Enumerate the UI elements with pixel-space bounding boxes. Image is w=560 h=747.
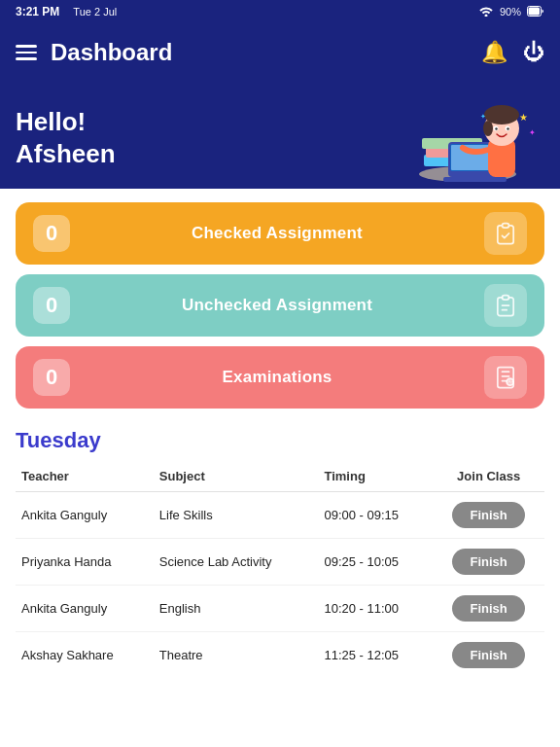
finish-button[interactable]: Finish bbox=[452, 595, 524, 622]
schedule-section: Tuesday Teacher Subject Timing Join Clas… bbox=[0, 422, 560, 678]
examinations-card[interactable]: 0 Examinations A+ bbox=[16, 346, 544, 409]
subject-cell: English bbox=[154, 586, 319, 632]
unchecked-assignment-card[interactable]: 0 Unchecked Assignment bbox=[16, 274, 544, 337]
svg-point-13 bbox=[483, 121, 493, 136]
subject-cell: Life Skills bbox=[154, 492, 319, 539]
clipboard-edit-icon bbox=[484, 284, 527, 327]
hero-section: Hello! Afsheen bbox=[0, 82, 560, 189]
unchecked-label: Unchecked Assignment bbox=[70, 296, 484, 315]
battery-icon bbox=[527, 6, 544, 18]
subject-cell: Theatre bbox=[154, 632, 319, 679]
status-bar: 3:21 PM Tue 2 Jul 90% bbox=[0, 0, 560, 23]
col-join: Join Class bbox=[433, 461, 544, 492]
hero-illustration: ★ ✦ ✦ bbox=[395, 72, 550, 189]
table-header-row: Teacher Subject Timing Join Class bbox=[16, 461, 544, 492]
timing-cell: 09:25 - 10:05 bbox=[318, 539, 433, 586]
greeting-text: Hello! Afsheen bbox=[16, 106, 116, 169]
header-icons: 🔔 ⏻ bbox=[481, 40, 544, 65]
bell-icon[interactable]: 🔔 bbox=[481, 40, 508, 65]
table-row: Ankita Ganguly English 10:20 - 11:00 Fin… bbox=[16, 586, 544, 632]
teacher-cell: Priyanka Handa bbox=[16, 539, 154, 586]
join-cell: Finish bbox=[433, 586, 544, 632]
svg-point-17 bbox=[507, 127, 508, 129]
col-subject: Subject bbox=[154, 461, 319, 492]
col-timing: Timing bbox=[318, 461, 433, 492]
table-row: Akshay Sakhare Theatre 11:25 - 12:05 Fin… bbox=[16, 632, 544, 679]
col-teacher: Teacher bbox=[16, 461, 154, 492]
status-date: Tue 2 Jul bbox=[73, 6, 117, 18]
svg-text:A+: A+ bbox=[508, 379, 514, 384]
svg-text:✦: ✦ bbox=[480, 113, 486, 120]
exams-label: Examinations bbox=[70, 368, 484, 387]
timing-cell: 09:00 - 09:15 bbox=[318, 492, 433, 539]
exam-paper-icon: A+ bbox=[484, 356, 527, 399]
checked-label: Checked Assignment bbox=[70, 224, 484, 243]
svg-point-16 bbox=[495, 127, 497, 129]
battery-level: 90% bbox=[500, 6, 521, 18]
finish-button[interactable]: Finish bbox=[452, 502, 524, 528]
status-right: 90% bbox=[478, 5, 544, 18]
unchecked-count: 0 bbox=[33, 287, 70, 324]
checked-count: 0 bbox=[33, 215, 70, 252]
finish-button[interactable]: Finish bbox=[452, 549, 524, 575]
svg-rect-9 bbox=[443, 177, 507, 182]
svg-text:✦: ✦ bbox=[529, 128, 536, 137]
schedule-table: Teacher Subject Timing Join Class Ankita… bbox=[16, 461, 544, 678]
table-row: Priyanka Handa Science Lab Activity 09:2… bbox=[16, 539, 544, 586]
hamburger-menu[interactable] bbox=[16, 45, 37, 60]
timing-cell: 10:20 - 11:00 bbox=[318, 586, 433, 632]
join-cell: Finish bbox=[433, 492, 544, 539]
exams-count: 0 bbox=[33, 359, 70, 396]
power-icon[interactable]: ⏻ bbox=[523, 40, 544, 65]
finish-button[interactable]: Finish bbox=[452, 642, 524, 668]
status-time: 3:21 PM bbox=[16, 5, 59, 18]
svg-rect-1 bbox=[529, 7, 541, 15]
join-cell: Finish bbox=[433, 539, 544, 586]
cards-section: 0 Checked Assignment 0 Unchecked Assignm… bbox=[0, 189, 560, 422]
checked-assignment-card[interactable]: 0 Checked Assignment bbox=[16, 202, 544, 265]
svg-text:★: ★ bbox=[519, 112, 528, 123]
subject-cell: Science Lab Activity bbox=[154, 539, 319, 586]
teacher-cell: Ankita Ganguly bbox=[16, 492, 154, 539]
wifi-icon bbox=[478, 5, 494, 18]
join-cell: Finish bbox=[433, 632, 544, 679]
table-row: Ankita Ganguly Life Skills 09:00 - 09:15… bbox=[16, 492, 544, 539]
teacher-cell: Akshay Sakhare bbox=[16, 632, 154, 679]
teacher-cell: Ankita Ganguly bbox=[16, 586, 154, 632]
clipboard-check-icon bbox=[484, 212, 527, 255]
timing-cell: 11:25 - 12:05 bbox=[318, 632, 433, 679]
schedule-day: Tuesday bbox=[16, 428, 544, 453]
header-title: Dashboard bbox=[51, 39, 481, 66]
